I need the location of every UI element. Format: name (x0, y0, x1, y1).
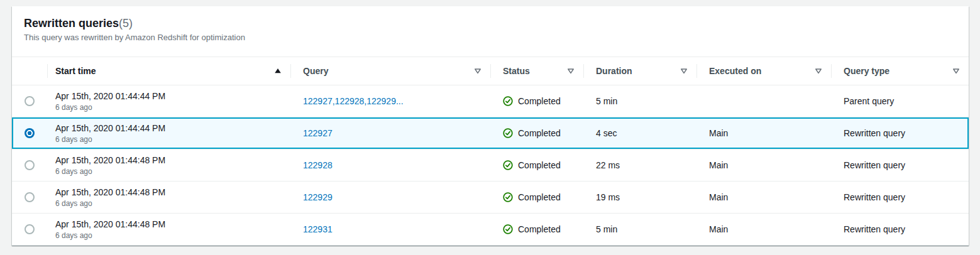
query-link[interactable]: 122928 (303, 160, 333, 170)
start-time-cell: Apr 15th, 2020 01:44:48 PM 6 days ago (47, 214, 290, 245)
completed-status-icon (503, 160, 513, 170)
start-time-relative: 6 days ago (55, 231, 92, 241)
panel-header: Rewritten queries(5) This query was rewr… (12, 6, 969, 57)
column-label: Query (303, 66, 328, 76)
query-cell: 122929 (290, 182, 490, 213)
start-time-relative: 6 days ago (55, 103, 92, 112)
start-time: Apr 15th, 2020 01:44:48 PM (55, 219, 165, 230)
start-time-cell: Apr 15th, 2020 01:44:48 PM 6 days ago (47, 149, 290, 181)
query-type-cell: Parent query (831, 85, 969, 117)
query-type-cell: Rewritten query (831, 182, 969, 213)
selection-cell (12, 85, 47, 117)
executed-on-cell: Main (696, 182, 831, 213)
selection-cell (12, 214, 47, 245)
filter-icon[interactable] (474, 67, 482, 75)
column-header-duration[interactable]: Duration (583, 57, 696, 85)
status-cell: Completed (490, 214, 583, 245)
start-time: Apr 15th, 2020 01:44:48 PM (55, 187, 165, 198)
filter-icon[interactable] (815, 67, 822, 75)
column-header-selection (12, 57, 47, 85)
status-label: Completed (518, 224, 561, 234)
start-time-cell: Apr 15th, 2020 01:44:48 PM 6 days ago (47, 182, 290, 213)
table-row[interactable]: Apr 15th, 2020 01:44:48 PM 6 days ago 12… (12, 149, 969, 182)
radio-button[interactable] (25, 96, 35, 106)
selection-cell (12, 182, 47, 213)
table-header: Start time Query Status Duration Execute… (12, 57, 969, 85)
start-time-relative: 6 days ago (55, 167, 92, 176)
filter-icon[interactable] (680, 67, 688, 75)
filter-icon[interactable] (567, 67, 575, 75)
start-time-relative: 6 days ago (55, 135, 92, 144)
column-label: Query type (844, 66, 889, 76)
panel-count: (5) (119, 17, 133, 30)
executed-on-cell: Main (696, 214, 831, 245)
table-body: Apr 15th, 2020 01:44:44 PM 6 days ago 12… (12, 85, 969, 246)
query-type-cell: Rewritten query (831, 214, 969, 245)
column-label: Start time (55, 66, 96, 76)
table-row[interactable]: Apr 15th, 2020 01:44:48 PM 6 days ago 12… (12, 214, 969, 246)
duration-cell: 22 ms (583, 149, 696, 181)
query-cell: 122927 (290, 117, 490, 149)
query-link[interactable]: 122927 (303, 128, 333, 138)
completed-status-icon (503, 96, 513, 106)
start-time: Apr 15th, 2020 01:44:44 PM (55, 90, 165, 102)
query-cell: 122927,122928,122929... (290, 85, 490, 117)
status-label: Completed (518, 192, 561, 202)
executed-on-cell: Main (696, 117, 831, 149)
duration-cell: 5 min (583, 85, 696, 117)
start-time-cell: Apr 15th, 2020 01:44:44 PM 6 days ago (47, 85, 290, 117)
query-link[interactable]: 122931 (303, 224, 333, 234)
query-link[interactable]: 122929 (303, 192, 333, 202)
completed-status-icon (503, 192, 513, 202)
selection-cell (12, 149, 47, 181)
rewritten-queries-panel: Rewritten queries(5) This query was rewr… (12, 6, 969, 246)
radio-button[interactable] (25, 224, 35, 234)
radio-button[interactable] (25, 128, 35, 138)
status-label: Completed (518, 160, 561, 170)
column-header-executed-on[interactable]: Executed on (696, 57, 831, 85)
query-type-cell: Rewritten query (831, 149, 969, 181)
column-label: Duration (596, 66, 632, 76)
duration-cell: 5 min (583, 214, 696, 245)
panel-description: This query was rewritten by Amazon Redsh… (24, 33, 956, 43)
query-cell: 122931 (290, 214, 490, 245)
start-time-cell: Apr 15th, 2020 01:44:44 PM 6 days ago (47, 117, 290, 149)
status-label: Completed (518, 128, 561, 138)
column-header-start-time[interactable]: Start time (47, 57, 290, 85)
panel-title: Rewritten queries (24, 17, 119, 30)
duration-cell: 4 sec (583, 117, 696, 149)
column-header-status[interactable]: Status (490, 57, 583, 85)
status-label: Completed (518, 96, 561, 106)
executed-on-cell: Main (696, 149, 831, 181)
executed-on-cell (696, 85, 831, 117)
table-row[interactable]: Apr 15th, 2020 01:44:44 PM 6 days ago 12… (12, 117, 969, 149)
status-cell: Completed (490, 117, 583, 149)
start-time: Apr 15th, 2020 01:44:44 PM (55, 122, 165, 134)
radio-button[interactable] (25, 192, 35, 202)
duration-cell: 19 ms (583, 182, 696, 213)
completed-status-icon (503, 128, 513, 138)
query-cell: 122928 (290, 149, 490, 181)
query-link[interactable]: 122927,122928,122929... (303, 96, 404, 106)
sort-ascending-icon[interactable] (274, 67, 282, 75)
status-cell: Completed (490, 182, 583, 213)
completed-status-icon (503, 224, 513, 234)
radio-button[interactable] (25, 160, 35, 170)
table-row[interactable]: Apr 15th, 2020 01:44:44 PM 6 days ago 12… (12, 85, 969, 117)
start-time: Apr 15th, 2020 01:44:48 PM (55, 155, 165, 166)
column-header-query-type[interactable]: Query type (831, 57, 969, 85)
status-cell: Completed (490, 85, 583, 117)
column-header-query[interactable]: Query (290, 57, 490, 85)
column-label: Executed on (709, 66, 761, 76)
column-label: Status (503, 66, 530, 76)
query-type-cell: Rewritten query (831, 117, 969, 149)
status-cell: Completed (490, 149, 583, 181)
start-time-relative: 6 days ago (55, 199, 92, 209)
filter-icon[interactable] (952, 67, 960, 75)
selection-cell (12, 117, 47, 149)
table-row[interactable]: Apr 15th, 2020 01:44:48 PM 6 days ago 12… (12, 182, 969, 214)
